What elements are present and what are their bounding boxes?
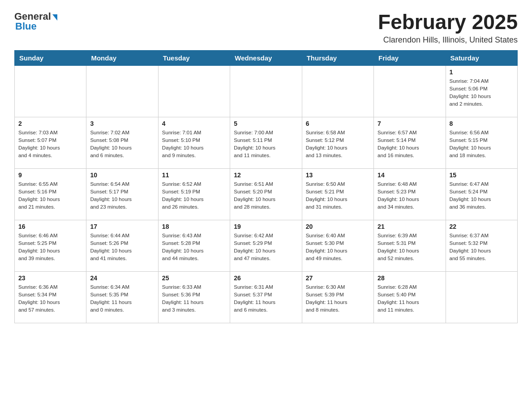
day-number: 8: [450, 120, 514, 127]
weekday-header-monday: Monday: [86, 50, 158, 65]
month-title: February 2025: [378, 11, 518, 34]
day-number: 28: [378, 274, 442, 282]
day-number: 21: [378, 223, 442, 230]
calendar-cell: 4Sunrise: 7:01 AM Sunset: 5:10 PM Daylig…: [158, 117, 230, 168]
day-info: Sunrise: 6:39 AM Sunset: 5:31 PM Dayligh…: [378, 232, 442, 263]
calendar-header-row: SundayMondayTuesdayWednesdayThursdayFrid…: [15, 50, 518, 65]
calendar-cell: 21Sunrise: 6:39 AM Sunset: 5:31 PM Dayli…: [374, 220, 446, 271]
day-info: Sunrise: 6:44 AM Sunset: 5:26 PM Dayligh…: [90, 232, 154, 263]
day-info: Sunrise: 6:52 AM Sunset: 5:19 PM Dayligh…: [162, 180, 226, 211]
location-title: Clarendon Hills, Illinois, United States: [378, 35, 518, 45]
calendar-cell: 25Sunrise: 6:33 AM Sunset: 5:36 PM Dayli…: [158, 271, 230, 323]
calendar-cell: 28Sunrise: 6:28 AM Sunset: 5:40 PM Dayli…: [374, 271, 446, 323]
weekday-header-thursday: Thursday: [302, 50, 373, 65]
calendar-cell: 6Sunrise: 6:58 AM Sunset: 5:12 PM Daylig…: [302, 117, 373, 168]
page-header: General Blue February 2025 Clarendon Hil…: [14, 11, 518, 45]
day-info: Sunrise: 6:47 AM Sunset: 5:24 PM Dayligh…: [450, 180, 514, 211]
calendar-cell: 2Sunrise: 7:03 AM Sunset: 5:07 PM Daylig…: [15, 117, 86, 168]
day-number: 5: [234, 120, 298, 127]
day-info: Sunrise: 6:43 AM Sunset: 5:28 PM Dayligh…: [162, 232, 226, 263]
day-info: Sunrise: 7:00 AM Sunset: 5:11 PM Dayligh…: [234, 129, 298, 160]
day-info: Sunrise: 6:30 AM Sunset: 5:39 PM Dayligh…: [306, 283, 370, 314]
calendar-cell: 24Sunrise: 6:34 AM Sunset: 5:35 PM Dayli…: [86, 271, 158, 323]
day-info: Sunrise: 7:02 AM Sunset: 5:08 PM Dayligh…: [90, 129, 154, 160]
weekday-header-friday: Friday: [374, 50, 446, 65]
calendar-cell: 14Sunrise: 6:48 AM Sunset: 5:23 PM Dayli…: [374, 168, 446, 220]
calendar-cell: [86, 65, 158, 117]
logo-arrow-icon: [52, 14, 57, 21]
day-info: Sunrise: 6:33 AM Sunset: 5:36 PM Dayligh…: [162, 283, 226, 314]
calendar-cell: [158, 65, 230, 117]
calendar-week-row: 9Sunrise: 6:55 AM Sunset: 5:16 PM Daylig…: [15, 168, 518, 220]
day-number: 20: [306, 223, 370, 230]
day-number: 6: [306, 120, 370, 127]
day-info: Sunrise: 6:42 AM Sunset: 5:29 PM Dayligh…: [234, 232, 298, 263]
calendar-week-row: 2Sunrise: 7:03 AM Sunset: 5:07 PM Daylig…: [15, 117, 518, 168]
day-number: 1: [450, 68, 514, 76]
day-info: Sunrise: 6:40 AM Sunset: 5:30 PM Dayligh…: [306, 232, 370, 263]
day-info: Sunrise: 7:01 AM Sunset: 5:10 PM Dayligh…: [162, 129, 226, 160]
calendar-cell: 11Sunrise: 6:52 AM Sunset: 5:19 PM Dayli…: [158, 168, 230, 220]
day-number: 13: [306, 171, 370, 179]
day-info: Sunrise: 6:57 AM Sunset: 5:14 PM Dayligh…: [378, 129, 442, 160]
calendar-cell: 18Sunrise: 6:43 AM Sunset: 5:28 PM Dayli…: [158, 220, 230, 271]
header-right: February 2025 Clarendon Hills, Illinois,…: [378, 11, 518, 45]
calendar-cell: 9Sunrise: 6:55 AM Sunset: 5:16 PM Daylig…: [15, 168, 86, 220]
calendar-cell: 12Sunrise: 6:51 AM Sunset: 5:20 PM Dayli…: [230, 168, 302, 220]
calendar-cell: [446, 271, 517, 323]
day-info: Sunrise: 6:54 AM Sunset: 5:17 PM Dayligh…: [90, 180, 154, 211]
calendar-cell: 23Sunrise: 6:36 AM Sunset: 5:34 PM Dayli…: [15, 271, 86, 323]
calendar-cell: [302, 65, 373, 117]
calendar-cell: 16Sunrise: 6:46 AM Sunset: 5:25 PM Dayli…: [15, 220, 86, 271]
calendar-cell: 22Sunrise: 6:37 AM Sunset: 5:32 PM Dayli…: [446, 220, 517, 271]
logo: General Blue: [14, 11, 57, 32]
calendar-cell: 19Sunrise: 6:42 AM Sunset: 5:29 PM Dayli…: [230, 220, 302, 271]
day-info: Sunrise: 6:50 AM Sunset: 5:21 PM Dayligh…: [306, 180, 370, 211]
day-info: Sunrise: 6:36 AM Sunset: 5:34 PM Dayligh…: [18, 283, 82, 314]
calendar-week-row: 23Sunrise: 6:36 AM Sunset: 5:34 PM Dayli…: [15, 271, 518, 323]
day-number: 4: [162, 120, 226, 127]
calendar-cell: 7Sunrise: 6:57 AM Sunset: 5:14 PM Daylig…: [374, 117, 446, 168]
day-number: 16: [18, 223, 82, 230]
calendar-cell: [15, 65, 86, 117]
calendar-cell: [230, 65, 302, 117]
calendar-week-row: 1Sunrise: 7:04 AM Sunset: 5:06 PM Daylig…: [15, 65, 518, 117]
calendar-cell: 15Sunrise: 6:47 AM Sunset: 5:24 PM Dayli…: [446, 168, 517, 220]
day-number: 12: [234, 171, 298, 179]
calendar-cell: 27Sunrise: 6:30 AM Sunset: 5:39 PM Dayli…: [302, 271, 373, 323]
day-number: 11: [162, 171, 226, 179]
day-info: Sunrise: 6:28 AM Sunset: 5:40 PM Dayligh…: [378, 283, 442, 314]
day-number: 18: [162, 223, 226, 230]
day-number: 9: [18, 171, 82, 179]
logo-blue-text: Blue: [15, 21, 37, 32]
day-number: 7: [378, 120, 442, 127]
weekday-header-saturday: Saturday: [446, 50, 517, 65]
day-number: 17: [90, 223, 154, 230]
calendar-cell: 1Sunrise: 7:04 AM Sunset: 5:06 PM Daylig…: [446, 65, 517, 117]
day-info: Sunrise: 6:55 AM Sunset: 5:16 PM Dayligh…: [18, 180, 82, 211]
day-number: 24: [90, 274, 154, 282]
day-info: Sunrise: 6:46 AM Sunset: 5:25 PM Dayligh…: [18, 232, 82, 263]
calendar-cell: 10Sunrise: 6:54 AM Sunset: 5:17 PM Dayli…: [86, 168, 158, 220]
day-info: Sunrise: 6:56 AM Sunset: 5:15 PM Dayligh…: [450, 129, 514, 160]
day-number: 10: [90, 171, 154, 179]
day-number: 14: [378, 171, 442, 179]
weekday-header-tuesday: Tuesday: [158, 50, 230, 65]
day-number: 19: [234, 223, 298, 230]
day-number: 15: [450, 171, 514, 179]
calendar-cell: 26Sunrise: 6:31 AM Sunset: 5:37 PM Dayli…: [230, 271, 302, 323]
day-number: 26: [234, 274, 298, 282]
day-info: Sunrise: 6:51 AM Sunset: 5:20 PM Dayligh…: [234, 180, 298, 211]
day-number: 27: [306, 274, 370, 282]
calendar-table: SundayMondayTuesdayWednesdayThursdayFrid…: [14, 50, 518, 323]
calendar-week-row: 16Sunrise: 6:46 AM Sunset: 5:25 PM Dayli…: [15, 220, 518, 271]
day-info: Sunrise: 6:34 AM Sunset: 5:35 PM Dayligh…: [90, 283, 154, 314]
calendar-cell: 13Sunrise: 6:50 AM Sunset: 5:21 PM Dayli…: [302, 168, 373, 220]
day-number: 22: [450, 223, 514, 230]
weekday-header-sunday: Sunday: [15, 50, 86, 65]
day-number: 2: [18, 120, 82, 127]
calendar-cell: 20Sunrise: 6:40 AM Sunset: 5:30 PM Dayli…: [302, 220, 373, 271]
weekday-header-wednesday: Wednesday: [230, 50, 302, 65]
day-number: 23: [18, 274, 82, 282]
day-info: Sunrise: 6:31 AM Sunset: 5:37 PM Dayligh…: [234, 283, 298, 314]
